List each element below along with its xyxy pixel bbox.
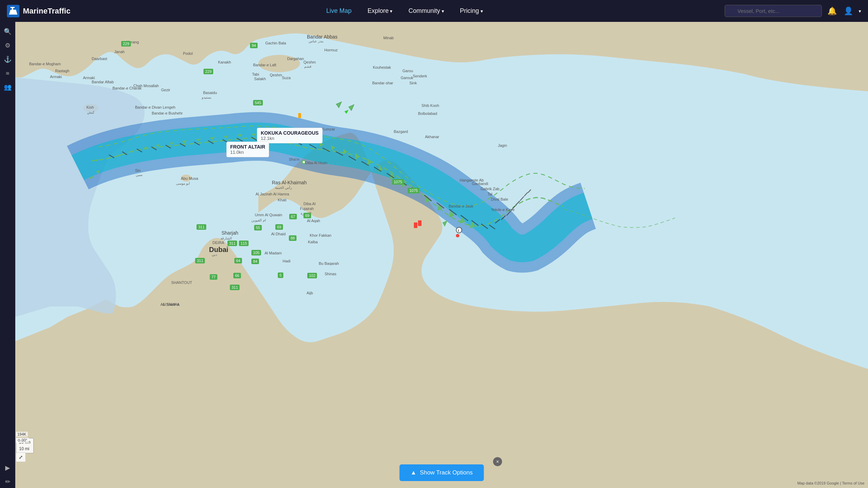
sidebar-item-filter[interactable]: ⚙ [1,39,14,52]
map-label: AL SAMHA [160,302,180,306]
map-label: Khor Fakkan [310,233,331,237]
route-badge: 66 [233,273,241,278]
vessel-name-altair: FRONT ALTAIR [230,144,265,150]
svg-marker-7 [95,159,99,161]
route-badge: 311 [227,241,237,246]
nav-live-map[interactable]: Live Map [320,5,358,17]
map-label: Dargahan [287,57,304,61]
logo-area[interactable]: MarineTraffic [7,5,70,17]
show-track-options-button[interactable]: ▲ Show Track Options [400,464,484,481]
svg-point-86 [456,234,459,237]
bell-icon[interactable]: 🔔 [826,5,838,17]
svg-marker-10 [130,150,134,153]
map-label: Bandar-e Charak [112,86,142,90]
nav-explore[interactable]: Explore [361,5,399,17]
svg-marker-36 [459,217,465,224]
sidebar-item-people[interactable]: 👥 [1,81,14,93]
sidebar-item-tools[interactable]: ✏ [1,476,14,488]
svg-rect-78 [298,113,301,118]
close-track-options-button[interactable]: × [493,457,502,466]
nav-community[interactable]: Community [402,5,450,17]
map-area[interactable]: i Bandar Abbasبندر عباسHormuzQeshmقشمMin… [15,22,868,488]
sidebar-item-play[interactable]: ▶ [1,462,14,474]
expand-icon[interactable]: ⤢ [16,452,26,462]
map-label: ام القيوين [251,218,266,222]
route-badge: 67 [289,214,297,219]
svg-line-59 [399,180,407,185]
track-options-icon: ▲ [411,469,417,476]
map-label: الشارقة [220,236,232,240]
svg-point-83 [303,161,305,163]
route-badge: 311 [230,285,240,290]
map-label: بندر عباس [309,39,324,43]
route-badge: 229 [121,41,131,47]
route-badge: 5 [278,272,283,278]
svg-marker-8 [106,157,110,160]
svg-line-67 [489,225,495,229]
vessel-tooltip-kokuka: KOKUKA COURAGEOUS 12.1kn [257,128,323,143]
map-label: Salakh [254,77,266,81]
route-badge: 64 [234,258,242,263]
map-label: ابو موسى [176,182,190,185]
svg-line-38 [109,155,114,158]
search-input[interactable] [725,5,822,17]
svg-line-43 [180,143,185,146]
map-label: Bandar-e Divan Lengeh [135,105,175,109]
svg-line-56 [361,161,369,166]
route-badge: 102 [307,273,317,278]
svg-point-4 [258,55,300,72]
map-label: Gabrik Zab [481,187,499,191]
map-label: Basaidu [203,91,217,95]
svg-line-60 [412,187,419,193]
attribution-text: Map data ©2019 Google | Terms of Use [797,481,865,485]
svg-line-75 [528,190,531,193]
svg-marker-20 [265,134,270,137]
svg-marker-18 [237,134,243,137]
svg-line-62 [437,203,444,208]
user-dropdown-arrow[interactable]: ▾ [859,8,861,14]
map-label: Dubai [209,246,228,254]
map-label: كيش [87,110,94,114]
svg-line-58 [387,173,394,178]
map-label: Aijb [307,291,313,295]
svg-line-39 [122,152,127,155]
map-label: Kumzar [322,127,335,131]
map-label: Suza [282,76,291,80]
svg-line-50 [281,139,287,143]
map-label: Kouhestak [373,65,391,69]
map-label: Garouk [401,76,413,80]
svg-line-63 [449,209,457,215]
map-label: Bolbolabad [418,111,437,116]
map-label: Qeshm [303,60,316,64]
map-label: Kish [86,105,94,109]
svg-marker-34 [437,204,443,211]
map-label: Gachin Bala [265,41,286,45]
svg-marker-11 [144,146,148,149]
vessel-name-kokuka: KOKUKA COURAGEOUS [261,130,319,136]
sidebar-item-layers[interactable]: ⚓ [1,53,14,66]
sidebar-item-search[interactable]: 🔍 [1,25,14,38]
svg-line-73 [520,196,524,201]
svg-line-44 [194,142,200,145]
close-label: × [496,459,499,464]
route-badge: 115 [239,241,249,246]
sidebar: 🔍 ⚙ ⚓ ≋ 👥 ▶ ✏ [0,22,15,488]
stats-text: ⊙ 00° [17,438,27,442]
map-label: بستيدو [202,95,211,99]
map-label: Gezir [161,88,170,92]
svg-marker-31 [401,180,407,187]
user-icon[interactable]: 👤 [842,5,854,17]
map-label: Rastagh [55,69,69,73]
nav-pricing[interactable]: Pricing [454,5,489,17]
map-label: Qeshm [270,73,282,77]
svg-rect-85 [418,220,422,226]
svg-marker-24 [319,143,324,147]
search-wrapper: 🔍 [725,5,822,17]
map-label: Bandar-shar [372,81,393,85]
vessel-count: 194K [17,432,26,436]
sidebar-item-weather[interactable]: ≋ [1,67,14,79]
svg-marker-16 [210,137,215,140]
route-badge: 88 [289,235,297,241]
svg-line-55 [349,156,356,160]
svg-line-41 [151,147,157,150]
